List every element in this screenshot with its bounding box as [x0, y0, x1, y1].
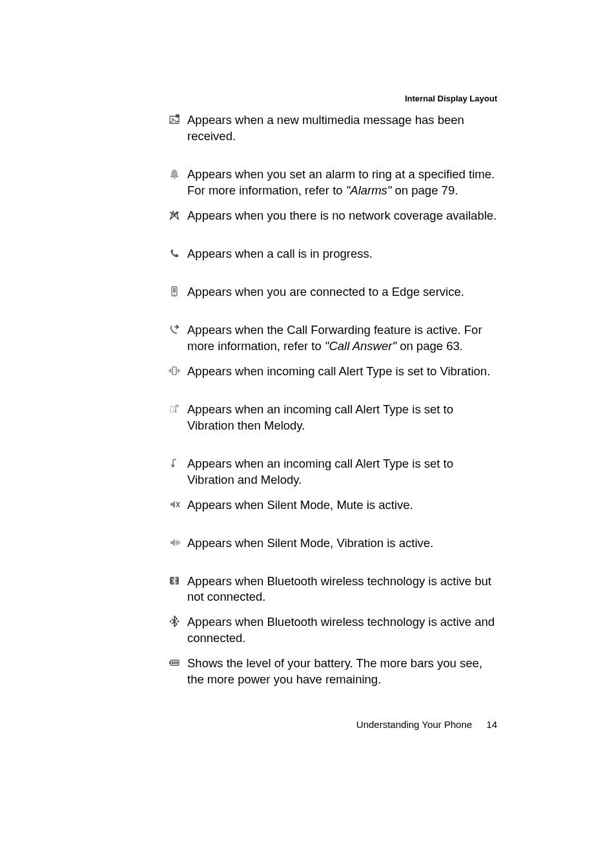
icon-description: Appears when an incoming call Alert Type… — [187, 402, 497, 434]
silent-vib-icon — [161, 535, 187, 548]
vibration-icon — [161, 364, 187, 377]
icon-row: Appears when a call is in progress. — [161, 246, 497, 262]
alarm-icon — [161, 167, 187, 180]
icon-description: Appears when Bluetooth wireless technolo… — [187, 614, 497, 647]
mute-icon — [161, 497, 187, 510]
icon-row: Appears when an incoming call Alert Type… — [161, 402, 497, 434]
icon-description: Appears when you are connected to a Edge… — [187, 284, 497, 300]
icon-description: Appears when incoming call Alert Type is… — [187, 364, 497, 380]
icon-description: Appears when a new multimedia message ha… — [187, 112, 497, 145]
icon-description: Appears when you there is no network cov… — [187, 208, 497, 224]
section-header: Internal Display Layout — [161, 94, 497, 103]
icon-row: Appears when incoming call Alert Type is… — [161, 364, 497, 380]
icon-row: Appears when Bluetooth wireless technolo… — [161, 574, 497, 606]
call-forward-icon — [161, 322, 187, 335]
icon-row: Appears when a new multimedia message ha… — [161, 112, 497, 145]
icon-description: Appears when a call is in progress. — [187, 246, 497, 262]
icon-row: Appears when Bluetooth wireless technolo… — [161, 614, 497, 647]
icon-description: Appears when an incoming call Alert Type… — [187, 456, 497, 488]
edge-icon — [161, 284, 187, 297]
icon-description: Appears when Silent Mode, Vibration is a… — [187, 535, 497, 552]
icon-description: Appears when you set an alarm to ring at… — [187, 167, 497, 199]
bluetooth-icon — [161, 574, 187, 587]
icon-row: Appears when Silent Mode, Mute is active… — [161, 497, 497, 514]
icon-row: Appears when the Call Forwarding feature… — [161, 322, 497, 355]
footer-section: Understanding Your Phone — [356, 719, 472, 730]
icon-description: Appears when Bluetooth wireless technolo… — [187, 574, 497, 606]
icon-row: Appears when an incoming call Alert Type… — [161, 456, 497, 488]
call-icon — [161, 246, 187, 259]
icon-row: Shows the level of your battery. The mor… — [161, 656, 497, 688]
icon-description: Appears when the Call Forwarding feature… — [187, 322, 497, 355]
no-network-icon — [161, 208, 187, 221]
icon-description: Appears when Silent Mode, Mute is active… — [187, 497, 497, 514]
bluetooth-connected-icon — [161, 614, 187, 627]
icon-row: Appears when you set an alarm to ring at… — [161, 167, 497, 199]
icon-row: Appears when you there is no network cov… — [161, 208, 497, 224]
icon-row: Appears when Silent Mode, Vibration is a… — [161, 535, 497, 552]
vib-then-melody-icon — [161, 402, 187, 415]
icon-row: Appears when you are connected to a Edge… — [161, 284, 497, 300]
battery-icon — [161, 656, 187, 669]
page-footer: Understanding Your Phone 14 — [161, 719, 497, 730]
icon-description: Shows the level of your battery. The mor… — [187, 656, 497, 688]
footer-page-number: 14 — [486, 719, 497, 730]
vib-and-melody-icon — [161, 456, 187, 469]
icon-description-list: Appears when a new multimedia message ha… — [161, 112, 497, 688]
page-content: Internal Display Layout Appears when a n… — [161, 94, 497, 710]
mms-icon — [161, 112, 187, 125]
